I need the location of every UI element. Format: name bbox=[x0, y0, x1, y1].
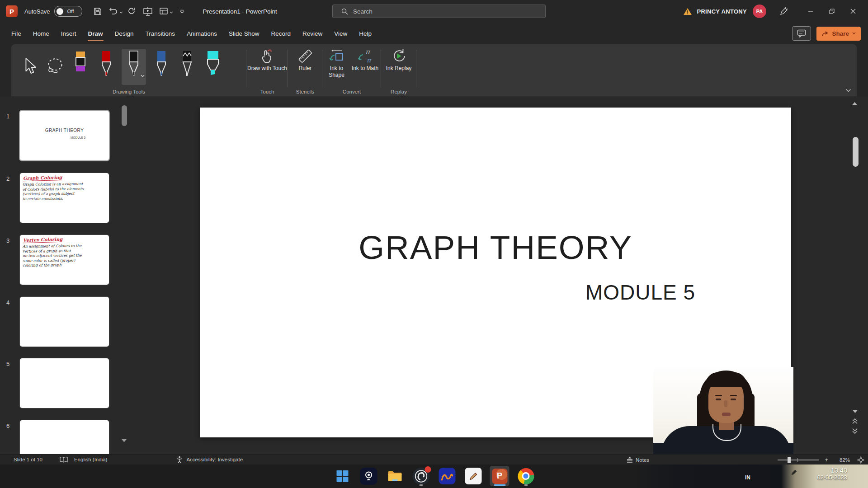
obs-studio-button[interactable] bbox=[411, 466, 431, 486]
autosave-toggle[interactable]: Off bbox=[54, 6, 82, 17]
zoom-slider[interactable] bbox=[778, 460, 819, 460]
pen-red-tool[interactable] bbox=[96, 49, 117, 85]
slide-number: 4 bbox=[6, 299, 9, 306]
redo-button[interactable] bbox=[125, 5, 139, 18]
double-chevron-up-icon bbox=[852, 418, 858, 424]
avatar[interactable]: PA bbox=[753, 5, 766, 18]
ink-to-math-button[interactable]: ππ Ink to Math bbox=[351, 44, 379, 96]
tab-draw[interactable]: Draw bbox=[82, 23, 109, 44]
slide-area-scrollbar[interactable] bbox=[853, 137, 859, 167]
spellcheck-book-icon[interactable] bbox=[60, 456, 68, 463]
taskbar-language-indicator[interactable]: IN bbox=[745, 474, 750, 481]
powerpoint-taskbar-button[interactable]: P bbox=[490, 466, 509, 486]
tab-animations[interactable]: Animations bbox=[181, 23, 223, 44]
restore-button[interactable] bbox=[821, 0, 842, 23]
tab-view[interactable]: View bbox=[328, 23, 353, 44]
slide-thumbnail-2[interactable]: Graph Coloring Graph Coloring is an assi… bbox=[20, 173, 109, 223]
close-button[interactable] bbox=[842, 0, 863, 23]
notes-button[interactable]: Notes bbox=[626, 455, 649, 465]
next-slide-button[interactable] bbox=[852, 428, 858, 434]
ruler-button[interactable]: Ruler bbox=[288, 44, 322, 72]
accessibility-status[interactable]: Accessibility: Investigate bbox=[186, 457, 243, 462]
thumb1-subtitle: MODULE 5 bbox=[71, 136, 85, 139]
zoom-slider-handle[interactable] bbox=[788, 457, 791, 463]
chrome-button[interactable] bbox=[516, 466, 536, 486]
search-icon bbox=[341, 8, 348, 15]
select-cursor-tool[interactable] bbox=[19, 49, 39, 85]
tab-slide-show[interactable]: Slide Show bbox=[223, 23, 265, 44]
tab-file[interactable]: File bbox=[5, 23, 27, 44]
presenter-webcam-overlay[interactable] bbox=[653, 367, 793, 454]
collapse-ribbon-button[interactable] bbox=[845, 89, 851, 93]
slide-number: 3 bbox=[6, 237, 9, 244]
clock-date: 02-05-2023 bbox=[817, 474, 848, 481]
slide-number: 6 bbox=[6, 422, 9, 429]
tab-design[interactable]: Design bbox=[109, 23, 140, 44]
comments-button[interactable] bbox=[792, 26, 811, 41]
pen-black-tool[interactable] bbox=[122, 49, 146, 85]
ink-replay-button[interactable]: Ink Replay bbox=[381, 44, 416, 72]
fit-slide-button[interactable] bbox=[857, 456, 864, 464]
ink-replay-label: Ink Replay bbox=[386, 65, 412, 72]
zoom-in-button[interactable]: + bbox=[825, 456, 828, 463]
customize-quick-access-button[interactable] bbox=[175, 5, 189, 18]
highlighter-cyan-tool[interactable] bbox=[203, 49, 223, 85]
start-slideshow-button[interactable] bbox=[141, 5, 155, 18]
new-slide-button[interactable] bbox=[157, 5, 170, 18]
previous-slide-button[interactable] bbox=[852, 418, 858, 424]
present-icon bbox=[143, 7, 153, 16]
share-button[interactable]: Share bbox=[816, 27, 861, 41]
tray-pen-icon[interactable] bbox=[790, 469, 797, 476]
tab-review[interactable]: Review bbox=[297, 23, 328, 44]
svg-text:π: π bbox=[365, 48, 371, 56]
minimize-button[interactable] bbox=[800, 0, 821, 23]
tab-transitions[interactable]: Transitions bbox=[140, 23, 181, 44]
whiteboard-app-button[interactable] bbox=[464, 466, 483, 486]
notification-badge bbox=[425, 466, 431, 473]
scroll-up-icon[interactable] bbox=[852, 102, 858, 106]
audio-app-icon bbox=[439, 468, 456, 484]
share-icon bbox=[821, 30, 829, 37]
autosave-label: AutoSave bbox=[24, 8, 50, 15]
start-button[interactable] bbox=[333, 466, 352, 486]
new-slide-dropdown-chevron-icon[interactable] bbox=[170, 11, 173, 14]
tab-home[interactable]: Home bbox=[27, 23, 55, 44]
pen-options-chevron-icon[interactable] bbox=[141, 75, 145, 78]
inking-pen-button[interactable] bbox=[779, 6, 789, 16]
pen-blue-tool[interactable] bbox=[151, 49, 172, 85]
lasso-select-tool[interactable] bbox=[44, 49, 65, 85]
pencil-black-tool[interactable] bbox=[177, 49, 198, 85]
slide-thumbnail-6[interactable] bbox=[20, 420, 109, 454]
file-explorer-button[interactable] bbox=[385, 466, 405, 486]
slide-number: 1 bbox=[6, 113, 9, 120]
taskbar-clock[interactable]: 13:40 02-05-2023 bbox=[817, 467, 848, 481]
ink-to-shape-button[interactable]: Ink to Shape bbox=[322, 44, 351, 96]
thumbnail-panel-scrollbar[interactable] bbox=[122, 105, 127, 126]
tab-insert[interactable]: Insert bbox=[55, 23, 82, 44]
account-name[interactable]: PRINCY ANTONY bbox=[697, 8, 747, 15]
thumbnail-panel-scroll-down-icon[interactable] bbox=[121, 439, 127, 442]
save-button[interactable] bbox=[91, 5, 104, 18]
draw-with-touch-button[interactable]: Draw with Touch bbox=[246, 44, 288, 72]
slide-thumbnail-4[interactable] bbox=[20, 297, 109, 347]
audio-app-button[interactable] bbox=[438, 466, 457, 486]
tab-record[interactable]: Record bbox=[265, 23, 297, 44]
undo-dropdown-chevron-icon[interactable] bbox=[119, 11, 123, 14]
eraser-tool[interactable] bbox=[70, 49, 91, 85]
handwritten-line: coloring of the graph. bbox=[23, 263, 109, 268]
search-input[interactable]: Search bbox=[332, 5, 546, 18]
comment-icon bbox=[797, 29, 806, 38]
group-stencils: Ruler Stencils bbox=[288, 44, 322, 96]
tab-help[interactable]: Help bbox=[353, 23, 377, 44]
scroll-down-icon[interactable] bbox=[852, 409, 858, 413]
slide-thumbnail-3[interactable]: Vertex Coloring An assignment of Colours… bbox=[20, 235, 109, 285]
slide-thumbnail-1[interactable]: GRAPH THEORY MODULE 5 bbox=[20, 111, 109, 160]
group-label-stencils: Stencils bbox=[288, 89, 322, 94]
obs-icon bbox=[412, 468, 429, 485]
language-status[interactable]: English (India) bbox=[74, 457, 108, 462]
camera-app-button[interactable] bbox=[359, 466, 378, 486]
slide-thumbnail-5[interactable] bbox=[20, 358, 109, 408]
zoom-level[interactable]: 82% bbox=[835, 457, 850, 463]
undo-button[interactable] bbox=[107, 5, 120, 18]
warning-icon[interactable] bbox=[683, 8, 692, 15]
